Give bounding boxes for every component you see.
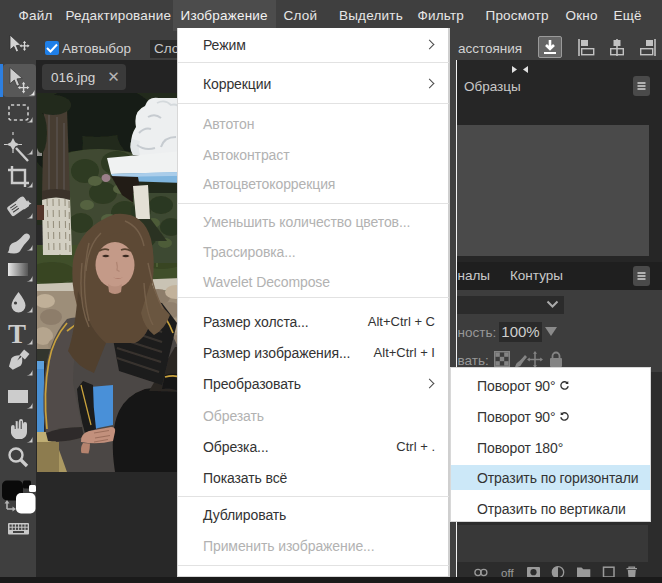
svg-text:T: T [8,319,26,349]
